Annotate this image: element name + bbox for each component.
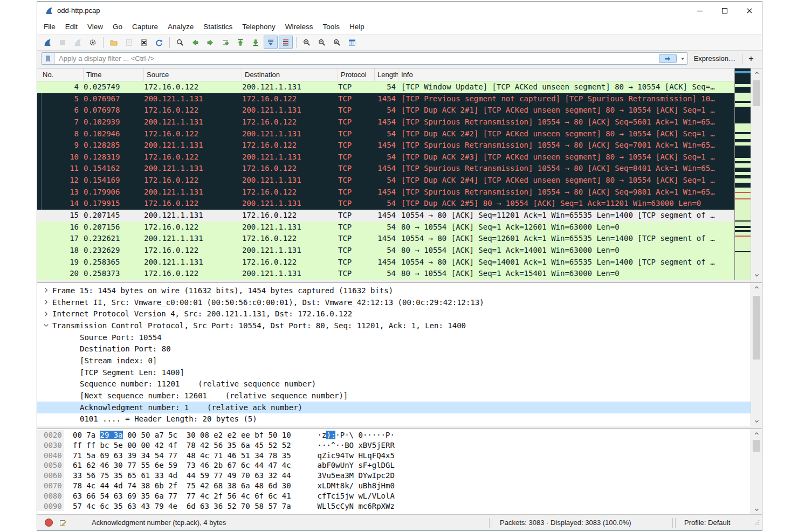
column-header-protocol[interactable]: Protocol — [338, 68, 375, 81]
packet-row[interactable]: 60.076978172.16.0.122200.121.1.131TCP54[… — [37, 105, 734, 116]
scroll-down-icon[interactable] — [751, 417, 762, 426]
hex-row[interactable]: 007078 4c 44 4d 74 38 6b 2f 75 42 68 38 … — [37, 481, 751, 491]
hex-row[interactable]: 006033 56 75 35 65 61 33 4d 44 59 77 49 … — [37, 471, 751, 481]
hex-row[interactable]: 0030ff ff bc 5e 00 00 42 4f 78 42 56 35 … — [37, 440, 751, 451]
chevron-right-icon[interactable] — [43, 310, 51, 317]
menu-item-tools[interactable]: Tools — [318, 21, 345, 32]
restart-capture-icon[interactable] — [71, 36, 85, 49]
detail-row[interactable]: [TCP Segment Len: 1400] — [37, 367, 751, 378]
detail-row[interactable]: Frame 15: 1454 bytes on wire (11632 bits… — [37, 285, 751, 296]
menu-item-wireless[interactable]: Wireless — [280, 21, 318, 32]
apply-filter-button[interactable] — [659, 54, 677, 63]
menu-item-go[interactable]: Go — [108, 21, 127, 32]
packet-row[interactable]: 170.232621200.121.1.131172.16.0.122TCP14… — [37, 233, 734, 245]
chevron-down-icon[interactable] — [43, 322, 51, 329]
filter-bookmark-icon[interactable] — [42, 53, 55, 64]
zoom-in-icon[interactable] — [300, 36, 314, 49]
expert-info-icon[interactable] — [45, 519, 53, 527]
column-header-no[interactable]: No. — [37, 68, 84, 81]
find-packet-icon[interactable] — [173, 36, 187, 49]
display-filter-input[interactable] — [55, 54, 659, 63]
menu-item-telephony[interactable]: Telephony — [237, 21, 280, 32]
zoom-original-icon[interactable] — [330, 36, 344, 49]
resize-columns-icon[interactable] — [345, 36, 359, 49]
hex-row[interactable]: 009057 4c 6c 35 63 43 79 4e 6d 63 36 52 … — [37, 501, 751, 512]
packet-row[interactable]: 150.207145200.121.1.131172.16.0.122TCP14… — [37, 210, 734, 222]
packet-row[interactable]: 50.076967200.121.1.131172.16.0.122TCP145… — [37, 93, 734, 105]
open-file-icon[interactable] — [107, 36, 121, 49]
scroll-up-icon[interactable] — [751, 429, 762, 438]
packet-row[interactable]: 80.102946172.16.0.122200.121.1.131TCP54[… — [37, 128, 734, 140]
minimize-button[interactable] — [687, 2, 712, 19]
detail-row[interactable]: [Stream index: 0] — [37, 355, 751, 367]
detail-row[interactable]: Ethernet II, Src: Vmware_c0:00:01 (00:50… — [37, 296, 751, 308]
maximize-button[interactable] — [712, 2, 737, 19]
scroll-up-icon[interactable] — [751, 283, 762, 292]
column-header-destination[interactable]: Destination — [242, 68, 338, 81]
details-scrollbar[interactable] — [751, 283, 762, 426]
packet-row[interactable]: 160.207156172.16.0.122200.121.1.131TCP54… — [37, 222, 734, 233]
packet-row[interactable]: 200.258373172.16.0.122200.121.1.131TCP54… — [37, 268, 734, 280]
bytes-scrollbar[interactable] — [751, 429, 762, 514]
menu-item-statistics[interactable]: Statistics — [198, 21, 237, 32]
scrollbar-thumb[interactable] — [753, 440, 760, 452]
filter-dropdown-icon[interactable] — [678, 53, 687, 64]
colorize-icon[interactable] — [279, 36, 293, 49]
menu-item-view[interactable]: View — [82, 21, 108, 32]
zoom-out-icon[interactable] — [315, 36, 329, 49]
detail-row[interactable]: Sequence number: 11201 (relative sequenc… — [37, 378, 751, 390]
packet-row[interactable]: 140.179915172.16.0.122200.121.1.131TCP54… — [37, 198, 734, 210]
column-header-length[interactable]: Length — [375, 68, 398, 81]
capture-comment-icon[interactable] — [59, 519, 67, 527]
menu-item-capture[interactable]: Capture — [127, 21, 163, 32]
capture-options-icon[interactable] — [86, 36, 100, 49]
start-capture-icon[interactable] — [40, 36, 54, 49]
hex-row[interactable]: 008063 66 54 63 69 35 6a 77 77 4c 2f 56 … — [37, 491, 751, 501]
detail-row[interactable]: [Next sequence number: 12601 (relative s… — [37, 390, 751, 402]
auto-scroll-icon[interactable] — [264, 36, 278, 49]
go-forward-icon[interactable] — [203, 36, 217, 49]
packet-list-scrollbar[interactable] — [751, 68, 762, 280]
scroll-down-icon[interactable] — [751, 271, 762, 280]
menu-item-edit[interactable]: Edit — [60, 21, 82, 32]
packet-row[interactable]: 110.154162200.121.1.131172.16.0.122TCP14… — [37, 163, 734, 175]
hex-row[interactable]: 005061 62 46 30 77 55 6e 59 73 46 2b 67 … — [37, 460, 751, 471]
display-filter-field[interactable] — [41, 52, 688, 65]
close-button[interactable] — [737, 2, 762, 19]
packet-row[interactable]: 120.154169172.16.0.122200.121.1.131TCP54… — [37, 175, 734, 186]
menu-item-help[interactable]: Help — [345, 21, 369, 32]
packet-row[interactable]: 70.102939200.121.1.131172.16.0.122TCP145… — [37, 116, 734, 128]
chevron-right-icon[interactable] — [43, 287, 51, 294]
detail-row[interactable]: Acknowledgment number: 1 (relative ack n… — [37, 402, 751, 413]
add-filter-button[interactable]: + — [744, 54, 758, 64]
menu-item-file[interactable]: File — [39, 21, 60, 32]
detail-row[interactable]: Internet Protocol Version 4, Src: 200.12… — [37, 308, 751, 320]
hex-row[interactable]: 004071 5a 69 63 39 34 54 77 48 4c 71 46 … — [37, 451, 751, 461]
chevron-right-icon[interactable] — [43, 299, 51, 306]
detail-row[interactable]: 0101 .... = Header Length: 20 bytes (5) — [37, 413, 751, 425]
expression-button[interactable]: Expression… — [688, 54, 741, 63]
hex-row[interactable]: 002000 7a 29 3a 00 50 a7 5c 30 08 e2 e2 … — [37, 430, 751, 440]
packet-row[interactable]: 40.025749172.16.0.122200.121.1.131TCP54[… — [37, 81, 734, 93]
go-last-icon[interactable] — [249, 36, 263, 49]
detail-row[interactable]: Transmission Control Protocol, Src Port:… — [37, 320, 751, 331]
packet-row[interactable]: 180.232629172.16.0.122200.121.1.131TCP54… — [37, 245, 734, 257]
resize-grip[interactable] — [752, 518, 762, 528]
detail-row[interactable]: Destination Port: 80 — [37, 343, 751, 355]
go-back-icon[interactable] — [188, 36, 202, 49]
column-header-info[interactable]: Info — [398, 68, 734, 81]
save-file-icon[interactable] — [122, 36, 136, 49]
scrollbar-thumb[interactable] — [753, 80, 760, 106]
go-first-icon[interactable] — [233, 36, 247, 49]
packet-row[interactable]: 100.128319172.16.0.122200.121.1.131TCP54… — [37, 151, 734, 163]
stop-capture-icon[interactable] — [56, 36, 70, 49]
packet-row[interactable]: 190.258365200.121.1.131172.16.0.122TCP14… — [37, 257, 734, 268]
scrollbar-thumb[interactable] — [753, 296, 760, 360]
menu-item-analyze[interactable]: Analyze — [163, 21, 198, 32]
scroll-up-icon[interactable] — [751, 68, 762, 78]
detail-row[interactable]: Source Port: 10554 — [37, 331, 751, 343]
reload-icon[interactable] — [152, 36, 166, 49]
packet-row[interactable]: 90.128285200.121.1.131172.16.0.122TCP145… — [37, 140, 734, 151]
column-header-source[interactable]: Source — [144, 68, 242, 81]
scroll-down-icon[interactable] — [751, 505, 762, 514]
